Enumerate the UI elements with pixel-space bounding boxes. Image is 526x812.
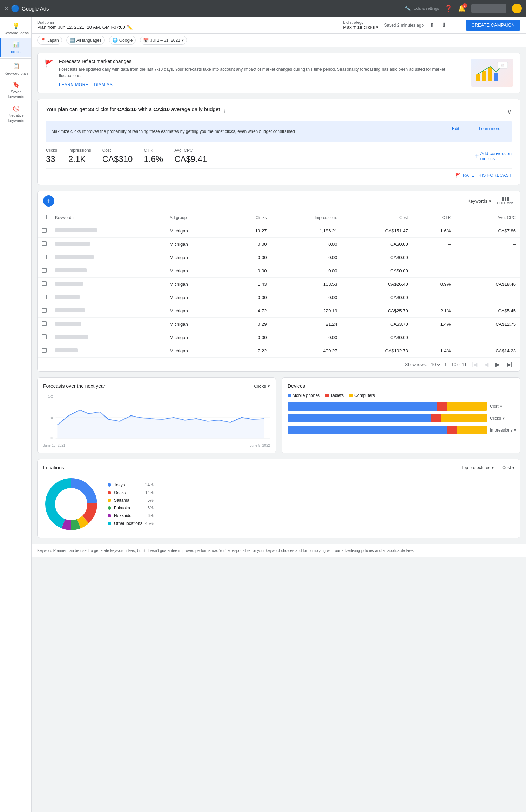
cost-bar-label[interactable]: Cost ▾ (490, 404, 514, 409)
row-checkbox-cell[interactable] (38, 278, 51, 291)
row-checkbox[interactable] (42, 281, 47, 286)
sidebar-item-keyword-ideas[interactable]: 💡 Keyword ideas (0, 20, 31, 38)
impressions-header[interactable]: Impressions (271, 211, 341, 224)
add-conversion-button[interactable]: + Add conversionmetrics (475, 151, 512, 161)
keyword-header[interactable]: Keyword ↑ (51, 211, 166, 224)
ctr-cell: – (412, 251, 455, 264)
edit-link[interactable]: Edit (446, 123, 465, 134)
row-checkbox-cell[interactable] (38, 238, 51, 251)
learn-more-link-2[interactable]: Learn more (473, 123, 506, 134)
avg-cpc-cell: CA$5.45 (455, 304, 520, 318)
sidebar-item-keyword-plan[interactable]: 📋 Keyword plan (0, 60, 31, 79)
other-pct: 45% (145, 521, 154, 526)
row-checkbox[interactable] (42, 268, 47, 273)
create-campaign-button[interactable]: CREATE CAMPAIGN (466, 20, 520, 31)
avg-cpc-cell: CA$18.46 (455, 278, 520, 291)
download-button[interactable]: ⬇ (440, 20, 448, 31)
adgroup-header[interactable]: Ad group (166, 211, 226, 224)
locations-card: Locations Top prefectures ▾ Cost ▾ (37, 459, 520, 538)
svg-point-20 (56, 489, 87, 520)
add-keyword-button[interactable]: + (43, 195, 54, 207)
table-row: Michigan 7.22 499.27 CA$102.73 1.4% CA$1… (38, 344, 520, 358)
summary-title-mid: clicks for (95, 106, 117, 112)
help-icon[interactable]: ❓ (445, 5, 452, 12)
row-checkbox-cell[interactable] (38, 264, 51, 278)
row-checkbox-cell[interactable] (38, 251, 51, 264)
date-filter[interactable]: 📅 Jul 1 – 31, 2021 ▾ (140, 36, 187, 45)
close-icon[interactable]: ✕ (4, 5, 9, 12)
hokkaido-dot (108, 514, 111, 517)
first-page-button[interactable]: |◀ (470, 360, 479, 368)
more-options-button[interactable]: ⋮ (452, 20, 461, 31)
dismiss-link[interactable]: DISMISS (94, 82, 113, 87)
row-checkbox[interactable] (42, 308, 47, 313)
filters-bar: 📍 Japan 🔤 All languages 🌐 Google 📅 Jul 1… (32, 34, 526, 47)
notifications-icon[interactable]: 🔔 1 (458, 5, 466, 12)
summary-title-pre: Your plan can get (46, 106, 88, 112)
avatar[interactable] (512, 4, 522, 13)
clicks-bar-label[interactable]: Clicks ▾ (490, 416, 514, 421)
svg-rect-1 (482, 71, 486, 81)
bid-value[interactable]: Maximize clicks ▾ (343, 25, 378, 30)
keyword-cell (51, 251, 166, 264)
sidebar-item-forecast[interactable]: 📊 Forecast (0, 38, 31, 57)
row-checkbox[interactable] (42, 334, 47, 339)
tools-settings[interactable]: 🔧 Tools & settings (405, 6, 439, 11)
row-checkbox[interactable] (42, 348, 47, 353)
ctr-cell: – (412, 238, 455, 251)
network-filter[interactable]: 🌐 Google (109, 36, 136, 45)
learn-more-link[interactable]: LEARN MORE (59, 82, 88, 87)
cost-dropdown[interactable]: Cost ▾ (502, 465, 514, 470)
ctr-header[interactable]: CTR (412, 211, 455, 224)
adgroup-cell: Michigan (166, 264, 226, 278)
forecast-metric-dropdown[interactable]: Clicks ▾ (254, 384, 270, 389)
info-icon[interactable]: ℹ (224, 109, 226, 114)
sidebar-item-saved-keywords[interactable]: 🔖 Saved keywords (0, 79, 31, 102)
row-checkbox[interactable] (42, 228, 47, 233)
share-button[interactable]: ⬆ (428, 20, 436, 31)
flag-icon: 🚩 (45, 59, 53, 68)
keywords-dropdown[interactable]: Keywords ▾ (467, 198, 491, 204)
rate-forecast-button[interactable]: 🚩 RATE THIS FORECAST (455, 173, 512, 178)
columns-button[interactable]: COLUMNS (497, 197, 514, 205)
cost-header[interactable]: Cost (342, 211, 412, 224)
top-prefectures-dropdown[interactable]: Top prefectures ▾ (461, 465, 494, 470)
row-checkbox[interactable] (42, 321, 47, 326)
bid-strategy-text: Maximize clicks (343, 25, 375, 30)
row-checkbox[interactable] (42, 241, 47, 246)
clicks-header[interactable]: Clicks (226, 211, 271, 224)
row-checkbox-cell[interactable] (38, 304, 51, 318)
avg-cpc-header[interactable]: Avg. CPC (455, 211, 520, 224)
select-all-header[interactable] (38, 211, 51, 224)
prev-page-button[interactable]: ◀ (482, 360, 491, 368)
language-filter[interactable]: 🔤 All languages (66, 36, 105, 45)
select-all-checkbox[interactable] (42, 215, 47, 219)
collapse-icon[interactable]: ∨ (507, 108, 512, 115)
info-banner-title: Forecasts reflect market changes (59, 59, 465, 64)
location-filter[interactable]: 📍 Japan (37, 36, 62, 45)
maximize-bar-text: Maximize clicks improves the probability… (52, 129, 444, 134)
row-checkbox-cell[interactable] (38, 224, 51, 238)
keyword-text (55, 295, 80, 299)
clicks-cell: 19.27 (226, 224, 271, 238)
next-page-button[interactable]: ▶ (493, 360, 502, 368)
computers-label: Computers (354, 393, 375, 398)
ctr-cell: – (412, 264, 455, 278)
edit-plan-icon[interactable]: ✏️ (127, 25, 133, 30)
rows-per-page-select[interactable]: 10 25 50 (430, 362, 441, 367)
subheader-left: Draft plan Plan from Jun 12, 2021, 10 AM… (37, 20, 337, 30)
chart-icon: 📊 (13, 41, 20, 48)
row-checkbox-cell[interactable] (38, 344, 51, 358)
impressions-bar-label[interactable]: Impressions ▾ (490, 428, 514, 433)
avg-cpc-value: CA$9.41 (174, 154, 207, 164)
draft-label: Draft plan (37, 20, 337, 25)
row-checkbox[interactable] (42, 255, 47, 259)
row-checkbox-cell[interactable] (38, 331, 51, 344)
keyword-cell (51, 304, 166, 318)
cost-cell: CA$25.70 (342, 304, 412, 318)
row-checkbox[interactable] (42, 295, 47, 299)
row-checkbox-cell[interactable] (38, 318, 51, 331)
last-page-button[interactable]: ▶| (505, 360, 514, 368)
row-checkbox-cell[interactable] (38, 291, 51, 304)
sidebar-item-negative-keywords[interactable]: 🚫 Negative keywords (0, 102, 31, 126)
